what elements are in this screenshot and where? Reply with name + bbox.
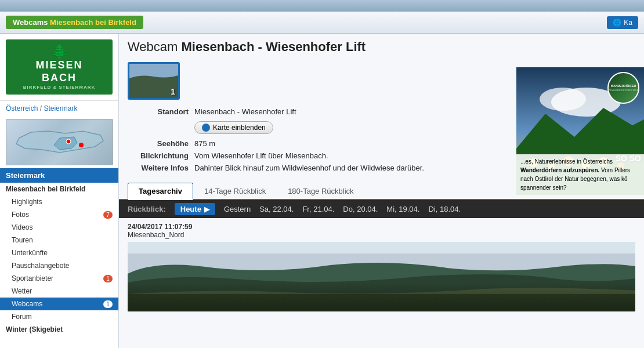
logo-area: 🌲 MIESEN BACH BIRKFELD & STEIERMARK	[0, 34, 118, 101]
blickrichtung-value: Vom Wiesenhofer Lift über Miesenbach.	[194, 151, 328, 160]
ad-text2: Wanderdörfern aufzuspüren.	[520, 167, 599, 173]
ad-logo-url: WWW.WANDERDOERFER.AT	[607, 89, 639, 92]
state-link[interactable]: Steiermark	[44, 104, 77, 113]
ad-text5: spannender sein?	[520, 184, 567, 191]
sidebar-item-videos[interactable]: Videos	[0, 221, 118, 234]
ad-text3: Vom Pillers	[599, 167, 630, 173]
archive-arrow: ▶	[204, 205, 209, 213]
sidebar-badge: 7	[103, 211, 113, 219]
location-title-text: Miesenbach bei Birkfeld	[6, 185, 85, 193]
logo-line1: MIESEN	[12, 59, 107, 72]
map-button[interactable]: Karte einblenden	[194, 121, 273, 134]
sidebar-item-unterkuenfte[interactable]: Unterkünfte	[0, 246, 118, 259]
sidebar-item-wetter[interactable]: Wetter	[0, 285, 118, 298]
page-title-prefix: Webcam	[128, 39, 182, 54]
seehoehe-label: Seehöhe	[128, 139, 194, 148]
tab-tagesarchiv[interactable]: Tagesarchiv	[128, 183, 193, 200]
top-bar	[0, 0, 644, 12]
ad-bottom-text: ...es, Naturerlebnisse in Österreichs Wa…	[516, 154, 644, 195]
weitere-value: Dahinter Blick hinauf zum Wildwiesenhof …	[194, 164, 424, 172]
svg-point-9	[540, 88, 586, 111]
logo-line2: BACH	[12, 72, 107, 85]
sidebar-item-winter[interactable]: Winter (Skigebiet	[0, 323, 118, 336]
sidebar-item-label: Fotos	[12, 211, 29, 219]
region-sep: /	[40, 104, 42, 113]
sidebar-location-title[interactable]: Miesenbach bei Birkfeld	[0, 183, 118, 195]
country-link[interactable]: Österreich	[6, 104, 38, 113]
archive-fr[interactable]: Fr, 21.04.	[302, 205, 334, 213]
svg-point-1	[66, 139, 71, 144]
svg-rect-5	[128, 242, 635, 253]
main-layout: 🌲 MIESEN BACH BIRKFELD & STEIERMARK Öste…	[0, 34, 644, 348]
webcam-panorama	[128, 242, 635, 311]
sidebar-item-label: Forum	[12, 313, 32, 321]
sidebar-item-label: Sportanbieter	[12, 274, 53, 282]
sidebar-item-touren[interactable]: Touren	[0, 234, 118, 246]
sidebar-item-sportanbieter[interactable]: Sportanbieter 1	[0, 272, 118, 285]
archive-di[interactable]: Di, 18.04.	[428, 205, 461, 213]
tree-icon: 🌲	[52, 44, 67, 59]
map-area	[0, 116, 118, 168]
content: Webcam Miesenbach - Wiesenhofer Lift 1 S…	[119, 34, 644, 348]
header-right: 🌐 Ka	[607, 16, 638, 29]
archive-bar: Rückblick: Heute ▶ Gestern Sa, 22.04. Fr…	[119, 200, 644, 218]
seehoehe-value: 875 m	[194, 139, 215, 148]
page-title-main: Miesenbach - Wiesenhofer Lift	[182, 39, 366, 54]
archive-do[interactable]: Do, 20.04.	[343, 205, 378, 213]
globe-icon: 🌐	[613, 19, 621, 27]
ad-area: WANDERDÖRFER WWW.WANDERDOERFER.AT SO SO …	[516, 67, 644, 195]
tab-14tage[interactable]: 14-Tage Rückblick	[193, 183, 277, 199]
sidebar-item-forum[interactable]: Forum	[0, 310, 118, 323]
map-svg	[8, 121, 112, 164]
archive-today[interactable]: Heute ▶	[175, 203, 215, 215]
sidebar-item-highlights[interactable]: Highlights	[0, 195, 118, 208]
ka-button[interactable]: 🌐 Ka	[607, 16, 638, 29]
sidebar-item-label: Pauschalangebote	[12, 262, 69, 270]
sidebar-item-pauschalangebote[interactable]: Pauschalangebote	[0, 259, 118, 272]
logo-sub: BIRKFELD & STEIERMARK	[12, 85, 107, 90]
ad-logo-circle: WANDERDÖRFER WWW.WANDERDOERFER.AT	[607, 72, 639, 104]
sidebar-badge: 1	[103, 275, 113, 282]
sidebar-item-label: Highlights	[12, 198, 42, 206]
ad-text4: nach Osttirol der Natur begegnen, was kö	[520, 176, 628, 182]
webcam-thumb-number: 1	[171, 87, 175, 96]
weitere-label: Weitere Infos	[128, 164, 194, 172]
breadcrumb-location: Miesenbach bei Birkfeld	[50, 18, 136, 27]
sidebar-item-label: Webcams	[12, 300, 42, 308]
header: Webcams Miesenbach bei Birkfeld 🌐 Ka	[0, 12, 644, 34]
archive-sa[interactable]: Sa, 22.04.	[259, 205, 294, 213]
standort-value: Miesenbach - Wiesenhofer Lift	[194, 107, 296, 116]
tab-180tage[interactable]: 180-Tage Rückblick	[277, 183, 364, 199]
sidebar-badge: 1	[103, 300, 113, 308]
archive-today-label: Heute	[180, 205, 201, 213]
sidebar-item-label: Touren	[12, 236, 33, 244]
page-title: Webcam Miesenbach - Wiesenhofer Lift	[128, 39, 635, 55]
ad-logo-text: WANDERDÖRFER	[611, 84, 636, 88]
webcam-image-area: 24/04/2017 11:07:59 Miesenbach_Nord	[119, 218, 644, 316]
standort-label: Standort	[128, 107, 194, 116]
sidebar-section-title: Steiermark	[0, 168, 118, 183]
breadcrumb-webcams: Webcams	[13, 18, 48, 27]
ka-label: Ka	[624, 19, 632, 27]
webcam-thumb-1[interactable]: 1	[128, 62, 180, 100]
sidebar: 🌲 MIESEN BACH BIRKFELD & STEIERMARK Öste…	[0, 34, 119, 348]
svg-rect-3	[129, 64, 178, 78]
ad-text1: ...es, Naturerlebnisse in Österreichs	[520, 158, 613, 165]
panorama-overlay	[128, 282, 635, 311]
sidebar-item-webcams[interactable]: Webcams 1	[0, 298, 118, 310]
archive-mi[interactable]: Mi, 19.04.	[386, 205, 419, 213]
breadcrumb-green: Webcams Miesenbach bei Birkfeld	[6, 16, 143, 29]
webcam-timestamp: 24/04/2017 11:07:59	[128, 223, 635, 231]
content-wrapper: Webcam Miesenbach - Wiesenhofer Lift 1 S…	[119, 34, 644, 316]
content-header: Webcam Miesenbach - Wiesenhofer Lift	[119, 34, 644, 62]
breadcrumb: Webcams Miesenbach bei Birkfeld	[6, 16, 143, 29]
sidebar-item-fotos[interactable]: Fotos 7	[0, 208, 118, 221]
archive-gestern[interactable]: Gestern	[224, 205, 251, 213]
sidebar-item-label: Wetter	[12, 287, 32, 295]
logo-box: 🌲 MIESEN BACH BIRKFELD & STEIERMARK	[6, 39, 113, 95]
map-image	[6, 119, 113, 165]
webcam-location-name: Miesenbach_Nord	[128, 231, 635, 239]
globe-map-icon	[202, 124, 210, 132]
region-links: Österreich / Steiermark	[0, 101, 118, 116]
map-button-label: Karte einblenden	[213, 124, 266, 132]
